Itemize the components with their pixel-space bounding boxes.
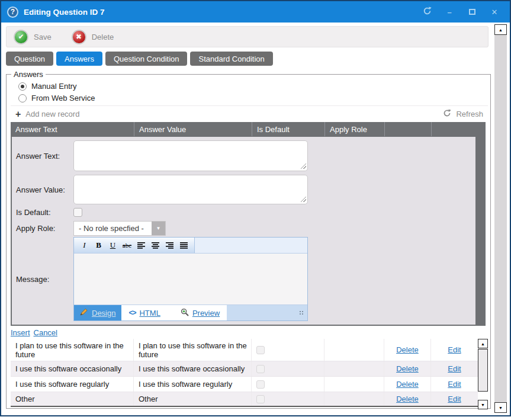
column-header-answer-text[interactable]: Answer Text (11, 122, 134, 136)
delete-x-icon: ✖ (72, 30, 86, 44)
cell-delete: Delete (384, 339, 431, 361)
underline-button[interactable]: U (107, 239, 119, 251)
cell-is-default (252, 361, 324, 376)
cell-answer-text: I use this software regularly (11, 377, 134, 392)
column-header-is-default[interactable]: Is Default (252, 122, 324, 136)
align-center-button[interactable] (149, 239, 162, 251)
answer-value-input[interactable] (73, 175, 308, 204)
delete-link[interactable]: Delete (396, 380, 419, 389)
close-button[interactable]: ✕ (490, 7, 499, 17)
html-mode-label: HTML (139, 309, 160, 318)
help-icon[interactable]: ? (7, 7, 18, 18)
delete-link[interactable]: Delete (396, 345, 419, 354)
resize-grip-icon[interactable] (301, 163, 306, 169)
justify-button[interactable] (178, 239, 190, 251)
apply-role-label: Apply Role: (12, 224, 73, 233)
align-right-icon (166, 242, 173, 249)
is-default-row-checkbox[interactable] (256, 365, 265, 373)
cell-apply-role (324, 361, 384, 376)
save-button[interactable]: ✔ Save (14, 30, 52, 44)
grid-rows: I plan to use this software in the futur… (11, 339, 488, 407)
strikethrough-button[interactable]: abc (121, 239, 133, 251)
cell-is-default (252, 377, 324, 392)
tab-question-condition[interactable]: Question Condition (105, 52, 188, 66)
edit-form-container: Answer Text: Answer Value: (11, 136, 486, 326)
cell-delete: Delete (384, 392, 431, 406)
radio-manual-entry[interactable]: Manual Entry (18, 82, 488, 91)
edit-link[interactable]: Edit (448, 345, 461, 354)
scroll-down-button[interactable]: ▼ (478, 400, 488, 409)
refresh-grid-button[interactable]: Refresh (443, 109, 483, 119)
cancel-link[interactable]: Cancel (34, 328, 57, 337)
cell-answer-value: I use this software occasionally (134, 361, 252, 376)
answer-text-label: Answer Text: (12, 152, 73, 161)
save-check-icon: ✔ (14, 30, 28, 44)
magnifier-icon (181, 308, 189, 318)
minimize-button[interactable]: – (445, 7, 454, 17)
cell-edit: Edit (431, 392, 478, 406)
table-row: I use this software occasionally I use t… (11, 361, 478, 376)
is-default-row-checkbox[interactable] (256, 380, 265, 389)
code-brackets-icon: <> (128, 309, 136, 317)
scroll-up-button[interactable]: ▲ (478, 339, 488, 348)
is-default-row-checkbox[interactable] (256, 395, 265, 403)
add-new-record-button[interactable]: + Add new record (15, 110, 79, 118)
delete-link[interactable]: Delete (396, 364, 419, 373)
maximize-button[interactable] (467, 7, 477, 17)
plus-icon: + (15, 111, 21, 118)
tab-question[interactable]: Question (6, 52, 53, 66)
answer-text-input[interactable] (73, 140, 308, 171)
delete-link[interactable]: Delete (396, 395, 419, 403)
column-header-answer-value[interactable]: Answer Value (134, 122, 252, 136)
resize-grip-icon[interactable] (301, 197, 306, 202)
edit-link[interactable]: Edit (448, 364, 461, 373)
pencil-icon (80, 308, 88, 318)
is-default-checkbox[interactable] (73, 208, 82, 217)
toolbar: ✔ Save ✖ Delete (6, 26, 488, 47)
italic-button[interactable]: I (78, 239, 91, 251)
editor-content[interactable] (74, 253, 307, 305)
cell-edit: Edit (431, 377, 478, 392)
grid-scrollbar[interactable]: ▲ ▼ (478, 339, 488, 409)
refresh-label: Refresh (456, 110, 483, 118)
insert-link[interactable]: Insert (11, 328, 30, 337)
message-rich-editor: I B U abc (73, 237, 308, 321)
cell-answer-value: I use this software regularly (134, 377, 252, 392)
delete-button[interactable]: ✖ Delete (72, 30, 114, 44)
scroll-up-button[interactable]: ▲ (494, 24, 507, 35)
scroll-down-button[interactable]: ▼ (494, 402, 507, 413)
preview-mode-tab[interactable]: Preview (181, 308, 220, 318)
window-refresh-button[interactable] (422, 7, 432, 17)
tab-answers[interactable]: Answers (56, 52, 102, 66)
align-center-icon (152, 242, 159, 249)
title-bar[interactable]: ? Editing Question ID 7 – ✕ (1, 1, 510, 23)
editor-mode-bar: Design <> HTML (74, 305, 307, 320)
bold-button[interactable]: B (92, 239, 105, 251)
design-mode-tab[interactable]: Design (74, 305, 121, 320)
edit-link[interactable]: Edit (448, 380, 461, 389)
tab-strip: Question Answers Question Condition Stan… (6, 52, 488, 66)
dialog-scrollbar[interactable]: ▲ ▼ (494, 24, 507, 413)
table-row: Other Other Delete Edit (11, 392, 478, 406)
edit-link[interactable]: Edit (448, 395, 461, 403)
cell-apply-role (324, 339, 384, 361)
radio-selected-icon[interactable] (18, 82, 27, 91)
tab-standard-condition[interactable]: Standard Condition (190, 52, 272, 66)
is-default-row-checkbox[interactable] (256, 346, 265, 354)
cell-answer-value: I plan to use this software in the futur… (134, 339, 252, 361)
align-left-button[interactable] (135, 239, 147, 251)
align-right-button[interactable] (163, 239, 176, 251)
column-header-apply-role[interactable]: Apply Role (324, 122, 384, 136)
window-title: Editing Question ID 7 (24, 8, 422, 17)
chevron-down-icon[interactable]: ▼ (152, 222, 165, 235)
edit-form: Answer Text: Answer Value: (12, 137, 475, 325)
html-mode-tab[interactable]: <> HTML (128, 309, 160, 318)
table-row: I use this software regularly I use this… (11, 376, 478, 392)
radio-from-web-service[interactable]: From Web Service (18, 94, 488, 102)
radio-unselected-icon[interactable] (18, 94, 27, 102)
editor-resize-grip-icon[interactable] (299, 310, 304, 316)
is-default-label: Is Default: (12, 208, 73, 217)
save-label: Save (34, 33, 52, 41)
scrollbar-thumb[interactable] (478, 349, 488, 392)
apply-role-dropdown[interactable]: - No role specfied - ▼ (73, 221, 166, 236)
